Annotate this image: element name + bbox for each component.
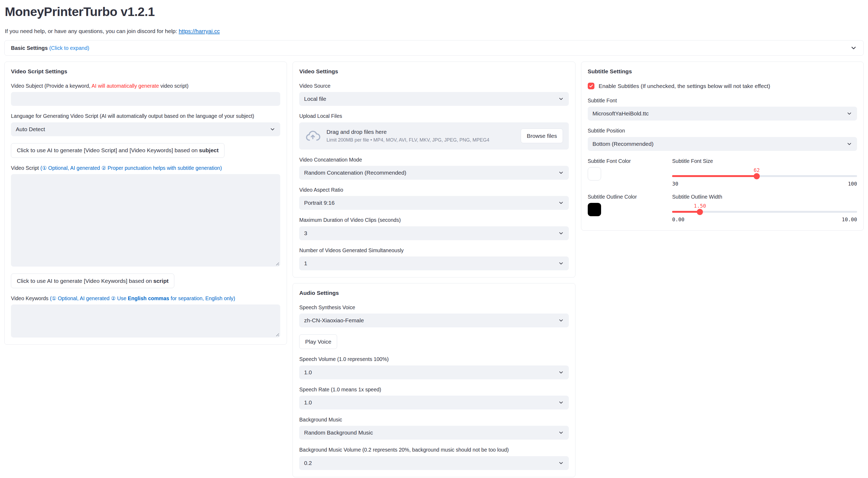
script-language-select[interactable]: Auto Detect [11, 123, 280, 136]
simultaneous-videos-select[interactable]: 1 [299, 257, 568, 270]
chevron-down-icon [558, 170, 564, 176]
subtitle-font-color-swatch[interactable] [588, 167, 601, 180]
bgm-volume-select[interactable]: 0.2 [299, 456, 568, 470]
video-script-settings-heading: Video Script Settings [11, 68, 280, 75]
clip-duration-select[interactable]: 3 [299, 226, 568, 240]
generate-script-button[interactable]: Click to use AI to generate [Video Scrip… [11, 143, 224, 158]
file-dropzone[interactable]: Drag and drop files here Limit 200MB per… [299, 123, 568, 149]
video-subject-label: Video Subject (Provide a keyword, AI wil… [11, 83, 280, 89]
discord-help-link[interactable]: https://harryai.cc [179, 28, 220, 34]
subtitle-settings-heading: Subtitle Settings [588, 68, 857, 75]
slider-thumb[interactable] [753, 173, 760, 179]
generate-keywords-button[interactable]: Click to use AI to generate [Video Keywo… [11, 274, 174, 288]
chevron-down-icon [558, 317, 564, 323]
chevron-down-icon [270, 126, 275, 132]
speech-volume-select[interactable]: 1.0 [299, 366, 568, 379]
chevron-down-icon [558, 230, 564, 236]
chevron-down-icon [850, 44, 857, 52]
video-keywords-label: Video Keywords (① Optional, AI generated… [11, 295, 280, 302]
subtitle-outline-width-label: Subtitle Outline Width [672, 194, 857, 200]
subtitle-font-size-slider[interactable]: 62 30100 [672, 167, 857, 186]
video-source-label: Video Source [299, 83, 568, 89]
subtitle-font-label: Subtitle Font [588, 97, 857, 104]
dropzone-hint: Limit 200MB per file • MP4, MOV, AVI, FL… [327, 137, 515, 143]
subtitle-outline-color-label: Subtitle Outline Color [588, 194, 666, 200]
cloud-upload-icon [305, 128, 320, 144]
video-subject-input[interactable] [11, 92, 280, 106]
concatenation-mode-select[interactable]: Random Concatenation (Recommended) [299, 166, 568, 180]
aspect-ratio-select[interactable]: Portrait 9:16 [299, 196, 568, 210]
clip-duration-label: Maximum Duration of Video Clips (seconds… [299, 217, 568, 224]
checkbox-checked-icon[interactable] [588, 83, 594, 89]
subtitle-font-color-label: Subtitle Font Color [588, 158, 666, 165]
browse-files-button[interactable]: Browse files [521, 129, 563, 143]
speech-voice-label: Speech Synthesis Voice [299, 304, 568, 311]
background-music-select[interactable]: Random Background Music [299, 426, 568, 440]
chevron-down-icon [558, 96, 564, 102]
enable-subtitles-checkbox-row[interactable]: Enable Subtitles (If unchecked, the sett… [588, 83, 857, 89]
play-voice-button[interactable]: Play Voice [299, 334, 337, 349]
slider-value: 1.50 [694, 203, 706, 209]
basic-settings-expander-label: Basic Settings (Click to expand) [11, 45, 89, 51]
slider-max-label: 100 [848, 181, 857, 186]
video-settings-heading: Video Settings [299, 68, 568, 75]
audio-settings-panel: Audio Settings Speech Synthesis Voice zh… [292, 283, 575, 477]
settings-columns: Video Script Settings Video Subject (Pro… [4, 62, 864, 477]
upload-local-files-label: Upload Local Files [299, 113, 568, 120]
help-text: If you need help, or have any questions,… [4, 28, 864, 34]
script-language-label: Language for Generating Video Script (AI… [11, 113, 280, 120]
page-title: MoneyPrinterTurbo v1.2.1 [4, 3, 864, 19]
video-keywords-textarea[interactable] [11, 304, 280, 338]
video-settings-panel: Video Settings Video Source Local file U… [292, 62, 575, 277]
video-script-label: Video Script (① Optional, AI generated ②… [11, 165, 280, 171]
video-script-textarea[interactable] [11, 174, 280, 267]
slider-min-label: 0.00 [672, 216, 684, 223]
chevron-down-icon [558, 370, 564, 375]
slider-value: 62 [754, 167, 760, 173]
speech-rate-select[interactable]: 1.0 [299, 396, 568, 409]
video-script-settings-panel: Video Script Settings Video Subject (Pro… [4, 62, 287, 345]
concatenation-mode-label: Video Concatenation Mode [299, 157, 568, 163]
subtitle-font-size-label: Subtitle Font Size [672, 158, 857, 165]
subtitle-outline-width-slider[interactable]: 1.50 0.0010.00 [672, 203, 857, 223]
subtitle-position-select[interactable]: Bottom (Recommended) [588, 137, 857, 151]
chevron-down-icon [558, 430, 564, 436]
audio-settings-heading: Audio Settings [299, 290, 568, 296]
subtitle-settings-panel: Subtitle Settings Enable Subtitles (If u… [581, 62, 864, 231]
speech-rate-label: Speech Rate (1.0 means 1x speed) [299, 386, 568, 393]
background-music-label: Background Music [299, 416, 568, 423]
simultaneous-videos-label: Number of Videos Generated Simultaneousl… [299, 247, 568, 254]
chevron-down-icon [846, 141, 852, 147]
dropzone-title: Drag and drop files here [327, 129, 515, 135]
subtitle-outline-color-swatch[interactable] [588, 203, 601, 216]
chevron-down-icon [558, 200, 564, 206]
subtitle-position-label: Subtitle Position [588, 128, 857, 134]
basic-settings-expander[interactable]: Basic Settings (Click to expand) [4, 40, 864, 56]
chevron-down-icon [558, 400, 564, 406]
enable-subtitles-label: Enable Subtitles (If unchecked, the sett… [599, 83, 770, 89]
chevron-down-icon [558, 460, 564, 466]
chevron-down-icon [846, 111, 852, 116]
speech-voice-select[interactable]: zh-CN-Xiaoxiao-Female [299, 313, 568, 328]
subtitle-font-select[interactable]: MicrosoftYaHeiBold.ttc [588, 107, 857, 121]
video-source-select[interactable]: Local file [299, 92, 568, 106]
slider-max-label: 10.00 [842, 216, 857, 223]
speech-volume-label: Speech Volume (1.0 represents 100%) [299, 356, 568, 363]
slider-min-label: 30 [672, 181, 678, 186]
chevron-down-icon [558, 261, 564, 266]
aspect-ratio-label: Video Aspect Ratio [299, 186, 568, 193]
bgm-volume-label: Background Music Volume (0.2 represents … [299, 447, 568, 453]
slider-thumb[interactable] [697, 209, 703, 215]
